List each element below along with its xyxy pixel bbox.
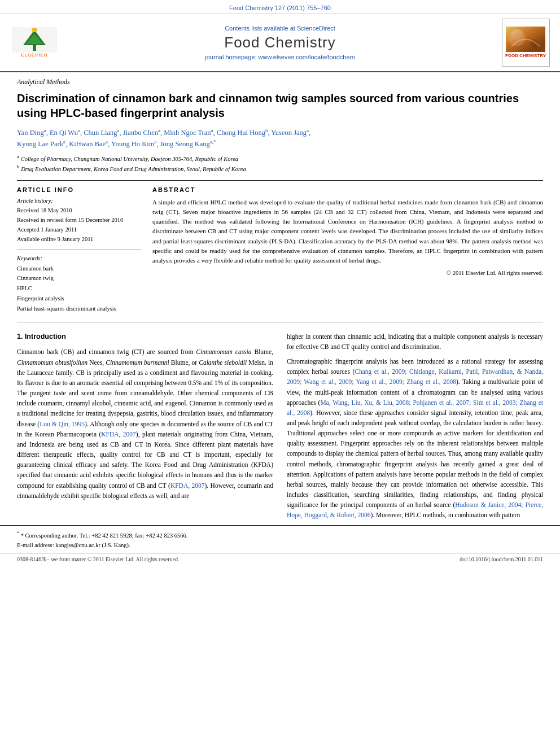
abstract-heading: ABSTRACT: [152, 186, 543, 193]
received-revised-date: Received in revised form 15 December 201…: [17, 216, 141, 225]
author-yuseon-jang: Yuseon Jang: [271, 129, 307, 137]
article-title: Discrimination of cinnamon bark and cinn…: [17, 91, 543, 120]
bottom-bar: 0308-8146/$ - see front matter © 2011 El…: [0, 553, 560, 565]
food-chemistry-logo: FOOD CHEMISTRY: [502, 19, 550, 67]
available-online-date: Available online 9 January 2011: [17, 235, 141, 244]
author-yan-ding: Yan Ding: [17, 129, 44, 137]
footnotes-section: * * Corresponding author. Tel.: +82 42 8…: [0, 525, 560, 553]
elsevier-logo: ELSEVIER: [12, 27, 57, 58]
author-young-ho-kim: Young Ho Kim: [111, 140, 155, 148]
top-bar: Food Chemistry 127 (2011) 755–760: [0, 0, 560, 14]
body-columns: 1. Introduction Cinnamon bark (CB) and c…: [17, 331, 543, 525]
page-wrapper: Food Chemistry 127 (2011) 755–760 ELSEVI…: [0, 0, 560, 565]
keywords-label: Keywords:: [17, 255, 141, 261]
intro-para-2: higher in content than cinnamic acid, in…: [287, 331, 543, 352]
affiliation-a: College of Pharmacy, Chungnam National U…: [21, 155, 238, 161]
article-section: Analytical Methods Discrimination of cin…: [0, 72, 560, 322]
author-minh-ngoc-tran: Minh Ngoc Tran: [164, 129, 211, 137]
body-col-left: 1. Introduction Cinnamon bark (CB) and c…: [17, 331, 273, 525]
article-history: Article history: Received 18 May 2010 Re…: [17, 198, 141, 249]
author-kihwan-bae: KiHwan Bae: [69, 140, 106, 148]
abstract-text: A simple and efficient HPLC method was d…: [152, 198, 543, 265]
email-address: E-mail address: kangjss@cnu.ac.kr (J.S. …: [17, 541, 543, 550]
fc-logo-image: [506, 27, 545, 52]
author-jong-seong-kang: Jong Seong Kang: [160, 140, 210, 148]
received-date: Received 18 May 2010: [17, 206, 141, 216]
author-kyung-lae-park: Kyung Lae Park: [17, 140, 63, 148]
header-section: ELSEVIER Contents lists available at Sci…: [0, 14, 560, 72]
introduction-heading: 1. Introduction: [17, 331, 273, 343]
issn-notice: 0308-8146/$ - see front matter © 2011 El…: [17, 556, 179, 562]
header-center: Contents lists available at ScienceDirec…: [65, 19, 495, 67]
science-direct-link[interactable]: ScienceDirect: [297, 25, 335, 32]
science-direct-label: Contents lists available at ScienceDirec…: [225, 25, 335, 32]
header-right: FOOD CHEMISTRY: [500, 19, 551, 67]
article-info-heading: ARTICLE INFO: [17, 186, 141, 193]
fc-label: FOOD CHEMISTRY: [505, 53, 546, 59]
accepted-date: Accepted 1 January 2011: [17, 225, 141, 235]
copyright-line: © 2011 Elsevier Ltd. All rights reserved…: [152, 270, 543, 276]
author-chun-liang: Chun Liang: [84, 129, 117, 137]
abstract-column: ABSTRACT A simple and efficient HPLC met…: [152, 186, 543, 313]
authors-list: Yan Dinga, En Qi Wua, Chun Lianga, Jianb…: [17, 127, 543, 150]
section-divider: [17, 322, 543, 322]
author-chong-hui-hong: Chong Hui Hong: [217, 129, 265, 137]
author-en-qi-wu: En Qi Wu: [50, 129, 78, 137]
homepage-url[interactable]: www.elsevier.com/locate/foodchem: [259, 54, 355, 60]
keyword-hplc: HPLC: [17, 283, 141, 294]
body-col-right: higher in content than cinnamic acid, in…: [287, 331, 543, 525]
doi: doi:10.1016/j.foodchem.2011.01.011: [460, 556, 543, 562]
keyword-fingerprint: Fingerprint analysis: [17, 294, 141, 304]
intro-para-1: Cinnamon bark (CB) and cinnamon twig (CT…: [17, 347, 273, 500]
body-section: 1. Introduction Cinnamon bark (CB) and c…: [0, 327, 560, 525]
journal-title: Food Chemistry: [224, 34, 336, 51]
info-abstract-columns: ARTICLE INFO Article history: Received 1…: [17, 180, 543, 313]
svg-point-4: [32, 28, 37, 32]
article-info-column: ARTICLE INFO Article history: Received 1…: [17, 186, 141, 313]
keyword-cinnamon-twig: Cinnamon twig: [17, 273, 141, 283]
keyword-pls-da: Partial least-squares discriminant analy…: [17, 304, 141, 314]
history-label: Article history:: [17, 198, 141, 204]
author-jianbo-chen: Jianbo Chen: [123, 129, 158, 137]
svg-point-7: [511, 29, 523, 41]
svg-text:ELSEVIER: ELSEVIER: [21, 53, 48, 58]
affiliations: a College of Pharmacy, Chungnam National…: [17, 153, 543, 174]
keyword-cinnamon-bark: Cinnamon bark: [17, 264, 141, 274]
article-type: Analytical Methods: [17, 78, 543, 86]
header-left: ELSEVIER: [9, 19, 60, 67]
intro-para-3: Chromatographic fingerprint analysis has…: [287, 356, 543, 521]
corresponding-author: * * Corresponding author. Tel.: +82 42 8…: [17, 530, 543, 540]
affiliation-b: Drug Evaluation Department, Korea Food a…: [21, 166, 246, 172]
journal-homepage: journal homepage: www.elsevier.com/locat…: [205, 54, 355, 60]
journal-ref: Food Chemistry 127 (2011) 755–760: [229, 5, 331, 11]
keywords-section: Keywords: Cinnamon bark Cinnamon twig HP…: [17, 255, 141, 314]
